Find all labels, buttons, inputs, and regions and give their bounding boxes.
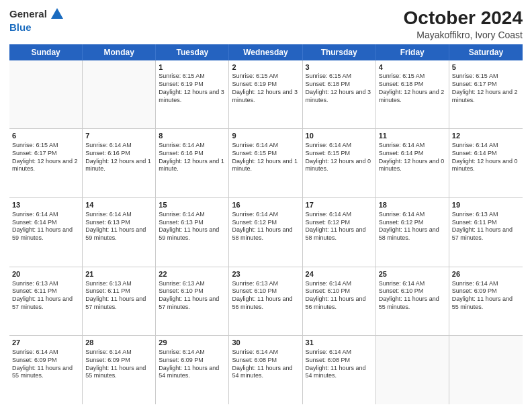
day-number: 24 [306,269,373,279]
day-info: Sunrise: 6:14 AMSunset: 6:14 PMDaylight:… [379,142,446,173]
day-info: Sunrise: 6:15 AMSunset: 6:18 PMDaylight:… [306,73,373,104]
cal-cell-2-3: 16Sunrise: 6:14 AMSunset: 6:12 PMDayligh… [229,198,302,267]
day-info: Sunrise: 6:14 AMSunset: 6:09 PMDaylight:… [452,280,520,312]
day-info: Sunrise: 6:14 AMSunset: 6:10 PMDaylight:… [306,280,373,312]
logo-general: General [9,9,47,20]
day-info: Sunrise: 6:14 AMSunset: 6:15 PMDaylight:… [306,142,373,173]
day-info: Sunrise: 6:13 AMSunset: 6:11 PMDaylight:… [85,280,152,312]
cal-cell-4-3: 30Sunrise: 6:14 AMSunset: 6:08 PMDayligh… [229,336,302,404]
day-info: Sunrise: 6:14 AMSunset: 6:12 PMDaylight:… [306,211,373,242]
week-row-4: 20Sunrise: 6:13 AMSunset: 6:11 PMDayligh… [9,267,523,336]
day-number: 3 [306,62,373,73]
day-number: 6 [12,131,79,141]
day-number: 8 [159,131,226,141]
header-friday: Friday [376,44,449,60]
cal-cell-3-1: 21Sunrise: 6:13 AMSunset: 6:11 PMDayligh… [83,267,156,336]
day-info: Sunrise: 6:14 AMSunset: 6:15 PMDaylight:… [232,142,299,173]
day-info: Sunrise: 6:13 AMSunset: 6:11 PMDaylight:… [452,211,520,242]
day-number: 29 [159,338,226,348]
cal-cell-2-2: 15Sunrise: 6:14 AMSunset: 6:13 PMDayligh… [156,198,229,267]
day-info: Sunrise: 6:14 AMSunset: 6:10 PMDaylight:… [379,280,446,312]
day-number: 30 [232,338,299,348]
day-number: 28 [85,338,152,348]
day-number: 22 [159,269,226,279]
day-info: Sunrise: 6:13 AMSunset: 6:11 PMDaylight:… [12,280,79,312]
title-block: October 2024 Mayakoffikro, Ivory Coast [404,7,523,40]
cal-cell-3-4: 24Sunrise: 6:14 AMSunset: 6:10 PMDayligh… [303,267,376,336]
day-info: Sunrise: 6:13 AMSunset: 6:10 PMDaylight:… [159,280,226,312]
day-number: 4 [379,62,446,73]
header-sunday: Sunday [9,44,83,60]
day-info: Sunrise: 6:14 AMSunset: 6:09 PMDaylight:… [12,349,79,380]
cal-cell-0-2: 1Sunrise: 6:15 AMSunset: 6:19 PMDaylight… [156,60,229,129]
cal-cell-4-1: 28Sunrise: 6:14 AMSunset: 6:09 PMDayligh… [83,336,156,404]
logo-icon [50,7,64,21]
day-info: Sunrise: 6:14 AMSunset: 6:12 PMDaylight:… [379,211,446,242]
day-number: 17 [306,200,373,210]
day-info: Sunrise: 6:15 AMSunset: 6:19 PMDaylight:… [232,73,299,104]
day-info: Sunrise: 6:14 AMSunset: 6:13 PMDaylight:… [159,211,226,242]
cal-cell-2-4: 17Sunrise: 6:14 AMSunset: 6:12 PMDayligh… [303,198,376,267]
header-wednesday: Wednesday [229,44,302,60]
svg-marker-0 [51,8,63,19]
day-info: Sunrise: 6:14 AMSunset: 6:09 PMDaylight:… [85,349,152,380]
week-row-5: 27Sunrise: 6:14 AMSunset: 6:09 PMDayligh… [9,336,523,404]
day-number: 11 [379,131,446,141]
cal-cell-0-1 [83,60,156,129]
day-info: Sunrise: 6:14 AMSunset: 6:14 PMDaylight:… [12,211,79,242]
calendar-title: October 2024 [404,7,523,30]
day-info: Sunrise: 6:13 AMSunset: 6:10 PMDaylight:… [232,280,299,312]
day-info: Sunrise: 6:15 AMSunset: 6:17 PMDaylight:… [12,142,79,173]
cal-cell-2-1: 14Sunrise: 6:14 AMSunset: 6:13 PMDayligh… [83,198,156,267]
day-number: 16 [232,200,299,210]
calendar-subtitle: Mayakoffikro, Ivory Coast [404,30,523,40]
calendar: Sunday Monday Tuesday Wednesday Thursday… [9,44,523,404]
day-number: 14 [85,200,152,210]
day-number: 10 [306,131,373,141]
day-number: 31 [306,338,373,348]
cal-cell-4-5 [376,336,449,404]
cal-cell-0-4: 3Sunrise: 6:15 AMSunset: 6:18 PMDaylight… [303,60,376,129]
day-info: Sunrise: 6:14 AMSunset: 6:09 PMDaylight:… [159,349,226,380]
cal-cell-3-3: 23Sunrise: 6:13 AMSunset: 6:10 PMDayligh… [229,267,302,336]
day-number: 18 [379,200,446,210]
day-info: Sunrise: 6:14 AMSunset: 6:08 PMDaylight:… [306,349,373,380]
cal-cell-2-0: 13Sunrise: 6:14 AMSunset: 6:14 PMDayligh… [9,198,83,267]
day-number: 9 [232,131,299,141]
week-row-3: 13Sunrise: 6:14 AMSunset: 6:14 PMDayligh… [9,198,523,267]
cal-cell-1-5: 11Sunrise: 6:14 AMSunset: 6:14 PMDayligh… [376,129,449,197]
day-info: Sunrise: 6:15 AMSunset: 6:19 PMDaylight:… [159,73,226,104]
day-info: Sunrise: 6:14 AMSunset: 6:08 PMDaylight:… [232,349,299,380]
day-number: 19 [452,200,520,210]
cal-cell-0-0 [9,60,83,129]
cal-cell-3-5: 25Sunrise: 6:14 AMSunset: 6:10 PMDayligh… [376,267,449,336]
cal-cell-2-5: 18Sunrise: 6:14 AMSunset: 6:12 PMDayligh… [376,198,449,267]
header-tuesday: Tuesday [156,44,229,60]
day-info: Sunrise: 6:15 AMSunset: 6:18 PMDaylight:… [379,73,446,104]
calendar-header: Sunday Monday Tuesday Wednesday Thursday… [9,44,523,60]
cal-cell-3-2: 22Sunrise: 6:13 AMSunset: 6:10 PMDayligh… [156,267,229,336]
day-number: 21 [85,269,152,279]
day-info: Sunrise: 6:14 AMSunset: 6:16 PMDaylight:… [85,142,152,173]
cal-cell-0-5: 4Sunrise: 6:15 AMSunset: 6:18 PMDaylight… [376,60,449,129]
cal-cell-4-2: 29Sunrise: 6:14 AMSunset: 6:09 PMDayligh… [156,336,229,404]
calendar-body: 1Sunrise: 6:15 AMSunset: 6:19 PMDaylight… [9,60,523,404]
day-info: Sunrise: 6:15 AMSunset: 6:17 PMDaylight:… [452,73,520,104]
cal-cell-1-1: 7Sunrise: 6:14 AMSunset: 6:16 PMDaylight… [83,129,156,197]
cal-cell-1-0: 6Sunrise: 6:15 AMSunset: 6:17 PMDaylight… [9,129,83,197]
cal-cell-2-6: 19Sunrise: 6:13 AMSunset: 6:11 PMDayligh… [449,198,523,267]
logo-blue: Blue [9,21,32,33]
cal-cell-0-3: 2Sunrise: 6:15 AMSunset: 6:19 PMDaylight… [229,60,302,129]
cal-cell-1-6: 12Sunrise: 6:14 AMSunset: 6:14 PMDayligh… [449,129,523,197]
header: General Blue October 2024 Mayakoffikro, … [9,7,523,40]
day-number: 23 [232,269,299,279]
day-number: 20 [12,269,79,279]
day-number: 7 [85,131,152,141]
cal-cell-1-3: 9Sunrise: 6:14 AMSunset: 6:15 PMDaylight… [229,129,302,197]
cal-cell-3-0: 20Sunrise: 6:13 AMSunset: 6:11 PMDayligh… [9,267,83,336]
week-row-1: 1Sunrise: 6:15 AMSunset: 6:19 PMDaylight… [9,60,523,130]
logo: General Blue [9,7,64,34]
day-info: Sunrise: 6:14 AMSunset: 6:12 PMDaylight:… [232,211,299,242]
day-number: 26 [452,269,520,279]
cal-cell-0-6: 5Sunrise: 6:15 AMSunset: 6:17 PMDaylight… [449,60,523,129]
